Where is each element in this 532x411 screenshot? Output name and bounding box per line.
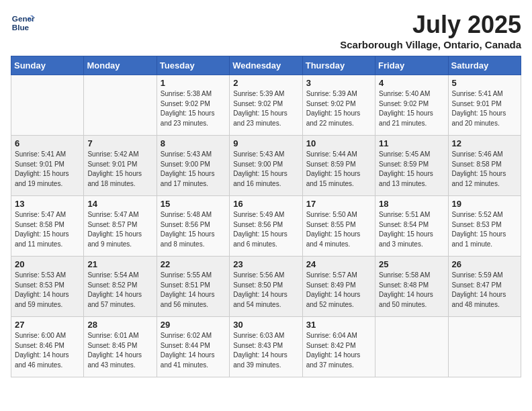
header-wednesday: Wednesday bbox=[230, 56, 302, 75]
day-number: 1 bbox=[161, 78, 226, 88]
table-row: 13Sunrise: 5:47 AMSunset: 8:58 PMDayligh… bbox=[11, 196, 84, 257]
day-number: 17 bbox=[306, 199, 371, 209]
table-row: 20Sunrise: 5:53 AMSunset: 8:53 PMDayligh… bbox=[11, 257, 84, 317]
location-subtitle: Scarborough Village, Ontario, Canada bbox=[340, 39, 521, 50]
day-info: Sunrise: 5:41 AMSunset: 9:01 PMDaylight:… bbox=[452, 89, 517, 128]
day-info: Sunrise: 6:04 AMSunset: 8:42 PMDaylight:… bbox=[306, 331, 371, 370]
table-row: 9Sunrise: 5:43 AMSunset: 9:00 PMDaylight… bbox=[230, 136, 302, 196]
day-info: Sunrise: 5:54 AMSunset: 8:52 PMDaylight:… bbox=[87, 271, 152, 310]
table-row: 22Sunrise: 5:55 AMSunset: 8:51 PMDayligh… bbox=[157, 257, 229, 317]
calendar-week-row: 27Sunrise: 6:00 AMSunset: 8:46 PMDayligh… bbox=[11, 317, 521, 377]
day-info: Sunrise: 5:49 AMSunset: 8:56 PMDaylight:… bbox=[233, 210, 298, 249]
table-row: 17Sunrise: 5:50 AMSunset: 8:55 PMDayligh… bbox=[302, 196, 375, 257]
title-block: July 2025 Scarborough Village, Ontario, … bbox=[340, 11, 521, 50]
day-info: Sunrise: 5:56 AMSunset: 8:50 PMDaylight:… bbox=[233, 271, 298, 310]
day-number: 21 bbox=[87, 259, 152, 269]
table-row: 23Sunrise: 5:56 AMSunset: 8:50 PMDayligh… bbox=[230, 257, 302, 317]
day-number: 12 bbox=[452, 138, 517, 148]
day-number: 8 bbox=[161, 138, 226, 148]
day-info: Sunrise: 5:47 AMSunset: 8:57 PMDaylight:… bbox=[87, 210, 152, 249]
day-info: Sunrise: 5:43 AMSunset: 9:00 PMDaylight:… bbox=[233, 150, 298, 189]
day-number: 18 bbox=[379, 199, 444, 209]
day-info: Sunrise: 5:48 AMSunset: 8:56 PMDaylight:… bbox=[161, 210, 226, 249]
table-row bbox=[11, 75, 84, 136]
day-info: Sunrise: 5:52 AMSunset: 8:53 PMDaylight:… bbox=[452, 210, 517, 249]
day-info: Sunrise: 5:38 AMSunset: 9:02 PMDaylight:… bbox=[161, 89, 226, 128]
day-info: Sunrise: 5:43 AMSunset: 9:00 PMDaylight:… bbox=[161, 150, 226, 189]
table-row: 18Sunrise: 5:51 AMSunset: 8:54 PMDayligh… bbox=[375, 196, 448, 257]
day-number: 19 bbox=[452, 199, 517, 209]
day-info: Sunrise: 5:39 AMSunset: 9:02 PMDaylight:… bbox=[306, 89, 371, 128]
calendar-week-row: 20Sunrise: 5:53 AMSunset: 8:53 PMDayligh… bbox=[11, 257, 521, 317]
table-row: 3Sunrise: 5:39 AMSunset: 9:02 PMDaylight… bbox=[302, 75, 375, 136]
day-info: Sunrise: 5:57 AMSunset: 8:49 PMDaylight:… bbox=[306, 271, 371, 310]
day-info: Sunrise: 5:47 AMSunset: 8:58 PMDaylight:… bbox=[15, 210, 80, 249]
day-number: 9 bbox=[233, 138, 298, 148]
day-info: Sunrise: 5:53 AMSunset: 8:53 PMDaylight:… bbox=[15, 271, 80, 310]
day-info: Sunrise: 5:59 AMSunset: 8:47 PMDaylight:… bbox=[452, 271, 517, 310]
header: General Blue July 2025 Scarborough Villa… bbox=[11, 11, 521, 50]
day-number: 10 bbox=[306, 138, 371, 148]
table-row: 28Sunrise: 6:01 AMSunset: 8:45 PMDayligh… bbox=[84, 317, 157, 377]
day-info: Sunrise: 5:51 AMSunset: 8:54 PMDaylight:… bbox=[379, 210, 444, 249]
day-info: Sunrise: 6:01 AMSunset: 8:45 PMDaylight:… bbox=[87, 331, 152, 370]
day-info: Sunrise: 6:02 AMSunset: 8:44 PMDaylight:… bbox=[161, 331, 226, 370]
day-number: 29 bbox=[161, 320, 226, 330]
day-info: Sunrise: 5:42 AMSunset: 9:01 PMDaylight:… bbox=[87, 150, 152, 189]
svg-text:Blue: Blue bbox=[12, 23, 30, 32]
day-number: 15 bbox=[161, 199, 226, 209]
table-row: 15Sunrise: 5:48 AMSunset: 8:56 PMDayligh… bbox=[157, 196, 229, 257]
table-row: 11Sunrise: 5:45 AMSunset: 8:59 PMDayligh… bbox=[375, 136, 448, 196]
table-row: 26Sunrise: 5:59 AMSunset: 8:47 PMDayligh… bbox=[448, 257, 521, 317]
table-row: 19Sunrise: 5:52 AMSunset: 8:53 PMDayligh… bbox=[448, 196, 521, 257]
day-info: Sunrise: 5:40 AMSunset: 9:02 PMDaylight:… bbox=[379, 89, 444, 128]
calendar-week-row: 6Sunrise: 5:41 AMSunset: 9:01 PMDaylight… bbox=[11, 136, 521, 196]
day-number: 16 bbox=[233, 199, 298, 209]
table-row: 5Sunrise: 5:41 AMSunset: 9:01 PMDaylight… bbox=[448, 75, 521, 136]
day-number: 2 bbox=[233, 78, 298, 88]
header-thursday: Thursday bbox=[302, 56, 375, 75]
header-sunday: Sunday bbox=[11, 56, 84, 75]
day-number: 13 bbox=[15, 199, 80, 209]
calendar-table: Sunday Monday Tuesday Wednesday Thursday… bbox=[11, 56, 521, 377]
day-number: 3 bbox=[306, 78, 371, 88]
calendar-header-row: Sunday Monday Tuesday Wednesday Thursday… bbox=[11, 56, 521, 75]
header-saturday: Saturday bbox=[448, 56, 521, 75]
day-number: 30 bbox=[233, 320, 298, 330]
day-number: 20 bbox=[15, 259, 80, 269]
table-row: 21Sunrise: 5:54 AMSunset: 8:52 PMDayligh… bbox=[84, 257, 157, 317]
table-row: 6Sunrise: 5:41 AMSunset: 9:01 PMDaylight… bbox=[11, 136, 84, 196]
calendar-week-row: 13Sunrise: 5:47 AMSunset: 8:58 PMDayligh… bbox=[11, 196, 521, 257]
table-row: 29Sunrise: 6:02 AMSunset: 8:44 PMDayligh… bbox=[157, 317, 229, 377]
logo-icon: General Blue bbox=[11, 11, 35, 35]
table-row: 14Sunrise: 5:47 AMSunset: 8:57 PMDayligh… bbox=[84, 196, 157, 257]
table-row: 24Sunrise: 5:57 AMSunset: 8:49 PMDayligh… bbox=[302, 257, 375, 317]
table-row: 16Sunrise: 5:49 AMSunset: 8:56 PMDayligh… bbox=[230, 196, 302, 257]
day-info: Sunrise: 5:55 AMSunset: 8:51 PMDaylight:… bbox=[161, 271, 226, 310]
table-row: 31Sunrise: 6:04 AMSunset: 8:42 PMDayligh… bbox=[302, 317, 375, 377]
day-number: 27 bbox=[15, 320, 80, 330]
table-row: 30Sunrise: 6:03 AMSunset: 8:43 PMDayligh… bbox=[230, 317, 302, 377]
table-row: 8Sunrise: 5:43 AMSunset: 9:00 PMDaylight… bbox=[157, 136, 229, 196]
table-row: 25Sunrise: 5:58 AMSunset: 8:48 PMDayligh… bbox=[375, 257, 448, 317]
table-row bbox=[375, 317, 448, 377]
day-number: 4 bbox=[379, 78, 444, 88]
day-number: 14 bbox=[87, 199, 152, 209]
header-tuesday: Tuesday bbox=[157, 56, 229, 75]
month-year-title: July 2025 bbox=[340, 11, 521, 39]
table-row: 12Sunrise: 5:46 AMSunset: 8:58 PMDayligh… bbox=[448, 136, 521, 196]
day-info: Sunrise: 5:39 AMSunset: 9:02 PMDaylight:… bbox=[233, 89, 298, 128]
day-number: 28 bbox=[87, 320, 152, 330]
day-number: 24 bbox=[306, 259, 371, 269]
day-info: Sunrise: 5:45 AMSunset: 8:59 PMDaylight:… bbox=[379, 150, 444, 189]
header-friday: Friday bbox=[375, 56, 448, 75]
day-number: 26 bbox=[452, 259, 517, 269]
day-info: Sunrise: 5:46 AMSunset: 8:58 PMDaylight:… bbox=[452, 150, 517, 189]
day-info: Sunrise: 5:50 AMSunset: 8:55 PMDaylight:… bbox=[306, 210, 371, 249]
day-number: 5 bbox=[452, 78, 517, 88]
table-row bbox=[84, 75, 157, 136]
table-row: 4Sunrise: 5:40 AMSunset: 9:02 PMDaylight… bbox=[375, 75, 448, 136]
calendar-week-row: 1Sunrise: 5:38 AMSunset: 9:02 PMDaylight… bbox=[11, 75, 521, 136]
day-number: 11 bbox=[379, 138, 444, 148]
day-number: 7 bbox=[87, 138, 152, 148]
